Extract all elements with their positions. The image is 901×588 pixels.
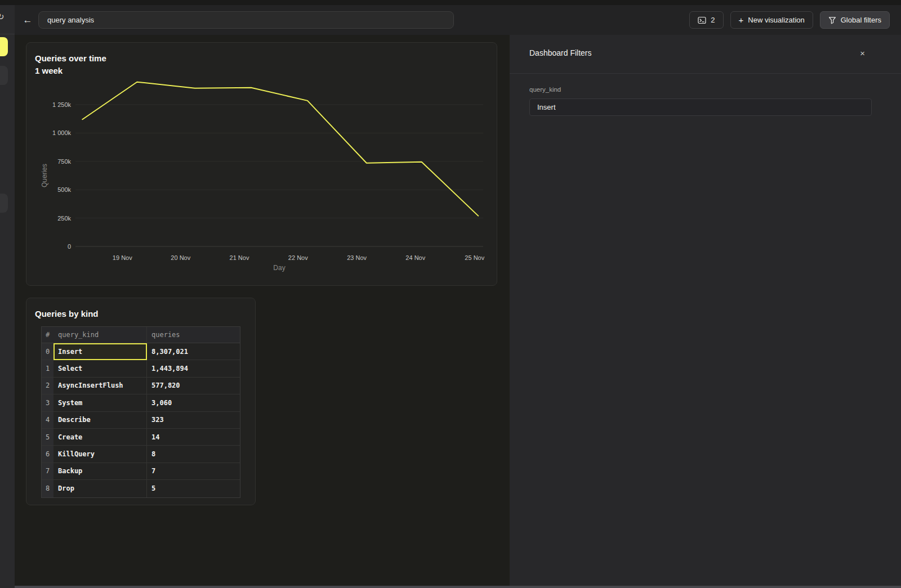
svg-text:1 000k: 1 000k [52, 129, 72, 136]
row-1-index: 1 [42, 360, 53, 377]
row-0-queries-cell[interactable]: 8,307,021 [147, 343, 240, 360]
chart-card-queries-over-time: Queries over time 1 week 0250k500k750k1 … [26, 42, 497, 286]
row-6-query-kind-cell[interactable]: KillQuery [53, 446, 147, 463]
global-filters-button[interactable]: Global filters [820, 11, 890, 29]
row-7-query-kind-cell[interactable]: Backup [53, 463, 147, 480]
global-filters-label: Global filters [841, 16, 881, 24]
table-header-query_kind: query_kind [53, 327, 147, 343]
terminal-icon [698, 16, 706, 24]
visualization-thumbnail-1-selected[interactable] [0, 37, 8, 56]
visualization-rail: ↻ [0, 5, 15, 588]
row-0-index: 0 [42, 343, 53, 360]
query-console-count: 2 [711, 16, 715, 24]
queries-by-kind-table: #query_kindqueries0Insert8,307,0211Selec… [41, 326, 240, 498]
dashboard-filters-panel: Dashboard Filters × query_kind Insert [510, 35, 901, 586]
window-bottom-edge [15, 586, 901, 588]
visualization-thumbnail-2[interactable] [0, 66, 8, 85]
table-title: Queries by kind [35, 308, 255, 319]
panel-title: Dashboard Filters [529, 48, 592, 57]
row-1-query-kind-cell[interactable]: Select [53, 360, 147, 377]
svg-text:0: 0 [68, 243, 71, 250]
query-console-button[interactable]: 2 [689, 11, 723, 29]
table-header-queries: queries [147, 327, 240, 343]
svg-text:25 Nov: 25 Nov [465, 254, 484, 261]
row-6-queries-cell[interactable]: 8 [147, 446, 240, 463]
row-5-query-kind-cell[interactable]: Create [53, 429, 147, 446]
dashboard-canvas: Queries over time 1 week 0250k500k750k1 … [15, 35, 510, 586]
svg-text:20 Nov: 20 Nov [171, 254, 190, 261]
row-1-queries-cell[interactable]: 1,443,894 [147, 360, 240, 377]
query-kind-filter-input[interactable]: Insert [529, 98, 872, 116]
panel-body: query_kind Insert [510, 74, 901, 116]
topbar-actions: 2 + New visualization Global filters [689, 11, 890, 29]
topbar: ← 2 + New visualization Global filters [15, 5, 901, 35]
row-5-index: 5 [42, 429, 53, 446]
svg-text:Day: Day [273, 264, 285, 272]
row-2-queries-cell[interactable]: 577,820 [147, 378, 240, 394]
row-6-index: 6 [42, 446, 53, 463]
table-card-queries-by-kind: Queries by kind #query_kindqueries0Inser… [26, 298, 256, 505]
query-kind-filter-value: Insert [537, 103, 556, 111]
history-icon[interactable]: ↻ [0, 12, 5, 22]
new-visualization-label: New visualization [748, 16, 804, 24]
row-7-queries-cell[interactable]: 7 [147, 463, 240, 480]
visualization-thumbnail-3[interactable] [0, 194, 8, 213]
window-top-strip [0, 0, 901, 5]
row-7-index: 7 [42, 463, 53, 480]
row-4-query-kind-cell[interactable]: Describe [53, 412, 147, 429]
table-header-row-index: # [42, 327, 53, 343]
svg-text:750k: 750k [57, 158, 71, 165]
svg-text:24 Nov: 24 Nov [405, 254, 425, 261]
svg-text:21 Nov: 21 Nov [230, 254, 249, 261]
row-3-queries-cell[interactable]: 3,060 [147, 394, 240, 411]
row-2-query-kind-cell[interactable]: AsyncInsertFlush [53, 378, 147, 394]
row-8-index: 8 [42, 480, 53, 497]
svg-text:Queries: Queries [41, 164, 48, 187]
row-8-queries-cell[interactable]: 5 [147, 480, 240, 497]
row-4-queries-cell[interactable]: 323 [147, 412, 240, 429]
svg-text:22 Nov: 22 Nov [288, 254, 308, 261]
close-panel-button[interactable]: × [860, 49, 865, 57]
row-3-query-kind-cell[interactable]: System [53, 394, 147, 411]
svg-text:1 250k: 1 250k [52, 101, 72, 108]
svg-text:250k: 250k [57, 215, 71, 222]
svg-text:23 Nov: 23 Nov [347, 254, 367, 261]
row-0-query-kind-cell-selected[interactable]: Insert [53, 343, 147, 360]
row-2-index: 2 [42, 378, 53, 394]
funnel-icon [828, 16, 836, 24]
svg-text:19 Nov: 19 Nov [113, 254, 132, 261]
filter-field-label: query_kind [529, 86, 872, 93]
row-8-query-kind-cell[interactable]: Drop [53, 480, 147, 497]
row-5-queries-cell[interactable]: 14 [147, 429, 240, 446]
svg-text:500k: 500k [57, 186, 71, 193]
row-3-index: 3 [42, 394, 53, 411]
dashboard-title-input[interactable] [38, 11, 454, 29]
back-button[interactable]: ← [22, 15, 33, 26]
rail-divider [0, 34, 15, 34]
app-window: ↻ ← 2 + New visualization G [0, 0, 901, 588]
row-4-index: 4 [42, 412, 53, 429]
panel-header: Dashboard Filters × [510, 35, 901, 57]
new-visualization-button[interactable]: + New visualization [730, 11, 813, 29]
queries-over-time-chart[interactable]: 0250k500k750k1 000k1 250k19 Nov20 Nov21 … [26, 43, 498, 286]
plus-icon: + [739, 16, 744, 24]
